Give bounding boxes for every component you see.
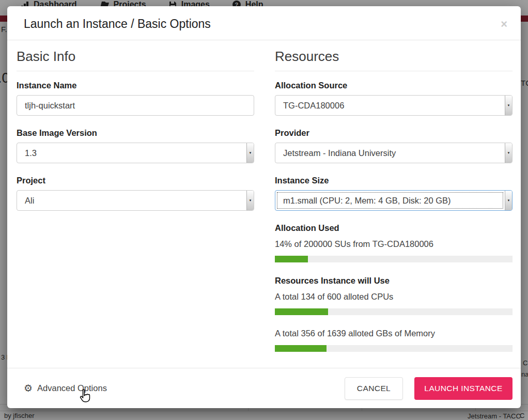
chevron-down-icon: ▼ xyxy=(505,96,512,115)
cpu-usage-text: A total 134 of 600 alloted CPUs xyxy=(275,292,513,302)
gear-icon: ⚙ xyxy=(24,383,33,393)
base-image-version-select[interactable]: 1.3 ▼ xyxy=(17,143,254,163)
instance-name-field: Instance Name xyxy=(17,81,254,116)
provider-label: Provider xyxy=(275,128,513,138)
allocation-used-heading: Allocation Used xyxy=(275,223,513,233)
chevron-down-icon: ▼ xyxy=(246,143,254,163)
allocation-used-text: 14% of 200000 SUs from TG-CDA180006 xyxy=(275,239,513,249)
instance-name-input[interactable] xyxy=(17,95,254,116)
advanced-options-button[interactable]: ⚙ Advanced Options xyxy=(24,383,107,393)
allocation-source-label: Allocation Source xyxy=(275,81,513,90)
chevron-down-icon: ▼ xyxy=(505,191,512,210)
memory-usage-progressbar xyxy=(275,345,513,352)
provider-select[interactable]: Jetstream - Indiana University ▼ xyxy=(275,143,513,163)
project-field: Project Ali ▼ xyxy=(17,176,254,211)
screen: Dashboard Projects Images ? Help F. .0 xyxy=(0,0,528,420)
progress-fill xyxy=(275,345,327,352)
instance-size-select[interactable]: m1.small (CPU: 2, Mem: 4 GB, Disk: 20 GB… xyxy=(275,190,513,211)
resources-heading: Resources xyxy=(275,49,513,71)
modal-title: Launch an Instance / Basic Options xyxy=(24,17,505,31)
resources-will-use-block: Resources Instance will Use A total 134 … xyxy=(275,276,513,352)
progress-fill xyxy=(275,256,308,262)
allocation-source-field: Allocation Source TG-CDA180006 ▼ xyxy=(275,81,513,116)
basic-info-section: Basic Info Instance Name Base Image Vers… xyxy=(17,49,254,368)
allocation-used-block: Allocation Used 14% of 200000 SUs from T… xyxy=(275,223,513,262)
resources-will-use-heading: Resources Instance will Use xyxy=(275,276,513,286)
select-value: Ali xyxy=(17,191,246,210)
modal-header: Launch an Instance / Basic Options × xyxy=(7,6,521,40)
modal-footer: ⚙ Advanced Options CANCEL LAUNCH INSTANC… xyxy=(7,368,521,408)
resources-section: Resources Allocation Source TG-CDA180006… xyxy=(275,49,513,368)
launch-instance-modal: Launch an Instance / Basic Options × Bas… xyxy=(7,6,521,408)
memory-usage-text: A total 356 of 1639 alloted GBs of Memor… xyxy=(275,329,513,338)
project-select[interactable]: Ali ▼ xyxy=(17,190,254,211)
instance-name-label: Instance Name xyxy=(17,81,254,90)
advanced-options-label: Advanced Options xyxy=(37,383,107,393)
select-value: Jetstream - Indiana University xyxy=(275,143,505,163)
select-value: 1.3 xyxy=(17,143,246,163)
allocation-used-progressbar xyxy=(275,256,513,262)
launch-instance-button[interactable]: LAUNCH INSTANCE xyxy=(414,377,513,400)
basic-info-heading: Basic Info xyxy=(17,49,254,71)
instance-size-field: Instance Size m1.small (CPU: 2, Mem: 4 G… xyxy=(275,176,513,211)
cpu-usage-progressbar xyxy=(275,308,513,315)
chevron-down-icon: ▼ xyxy=(246,191,254,210)
chevron-down-icon: ▼ xyxy=(505,143,512,163)
base-image-version-label: Base Image Version xyxy=(17,128,254,138)
select-value: TG-CDA180006 xyxy=(275,96,505,115)
cancel-button[interactable]: CANCEL xyxy=(345,377,403,400)
provider-field: Provider Jetstream - Indiana University … xyxy=(275,128,513,163)
modal-body: Basic Info Instance Name Base Image Vers… xyxy=(7,40,521,368)
instance-size-label: Instance Size xyxy=(275,176,513,185)
allocation-source-select[interactable]: TG-CDA180006 ▼ xyxy=(275,95,513,116)
footer-buttons: CANCEL LAUNCH INSTANCE xyxy=(345,377,513,400)
close-icon[interactable]: × xyxy=(501,19,507,30)
progress-fill xyxy=(275,308,328,315)
select-value: m1.small (CPU: 2, Mem: 4 GB, Disk: 20 GB… xyxy=(275,191,505,210)
project-label: Project xyxy=(17,176,254,185)
base-image-version-field: Base Image Version 1.3 ▼ xyxy=(17,128,254,163)
